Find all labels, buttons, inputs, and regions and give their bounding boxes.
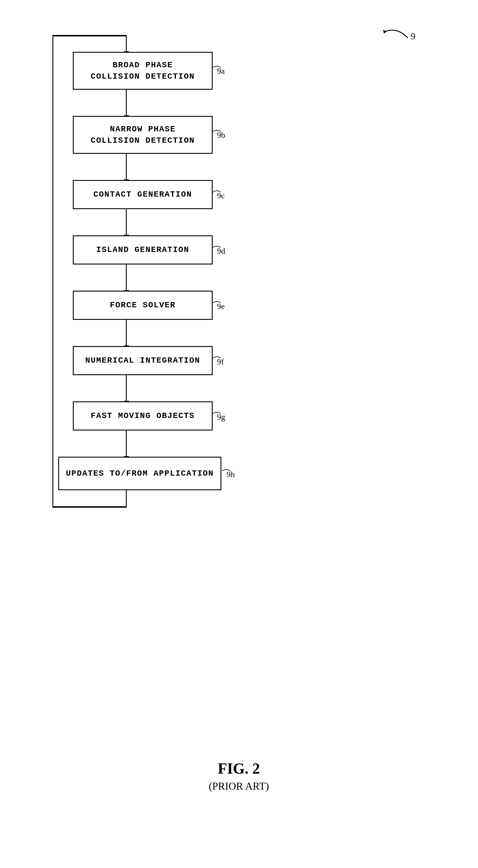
arrow-2 xyxy=(126,154,127,180)
figure-caption: FIG. 2 (PRIOR ART) xyxy=(35,760,443,804)
arrow-3 xyxy=(126,209,127,235)
loop-down-line xyxy=(126,490,127,507)
box-numerical-int: NUMERICAL INTEGRATION xyxy=(73,346,213,375)
loop-left-vert xyxy=(53,35,53,507)
diagram-container: 9 BROAD PHASE COLLISION DETECTION 9a NAR… xyxy=(35,18,443,804)
ref-9b-tick xyxy=(213,129,221,134)
svg-text:9: 9 xyxy=(411,31,415,41)
arrow-7 xyxy=(126,431,127,457)
arrow-4 xyxy=(126,265,127,291)
box-force-solver: FORCE SOLVER xyxy=(73,291,213,320)
ref-9h-tick xyxy=(222,468,231,474)
ref-9c-tick xyxy=(213,189,221,195)
fig-title: FIG. 2 xyxy=(35,760,443,777)
ref-9g-tick xyxy=(213,411,221,416)
ref-9f-tick xyxy=(213,355,221,361)
box-updates-label: UPDATES TO/FROM APPLICATION xyxy=(66,468,214,479)
loop-top-horiz xyxy=(53,35,127,36)
box-contact-gen: CONTACT GENERATION xyxy=(73,180,213,209)
svg-marker-0 xyxy=(383,30,387,33)
ref-9-arrow: 9 xyxy=(361,21,419,44)
box-numerical-int-label: NUMERICAL INTEGRATION xyxy=(85,355,200,366)
box-narrow-phase: NARROW PHASE COLLISION DETECTION xyxy=(73,116,213,154)
loop-bottom-horiz xyxy=(53,506,127,507)
arrow-6 xyxy=(126,375,127,401)
box-narrow-phase-label: NARROW PHASE COLLISION DETECTION xyxy=(91,124,195,146)
arrow-5 xyxy=(126,320,127,346)
box-broad-phase-label: BROAD PHASE COLLISION DETECTION xyxy=(91,59,195,82)
box-fast-moving-label: FAST MOVING OBJECTS xyxy=(91,410,195,422)
ref-9a-tick xyxy=(213,65,221,70)
box-force-solver-label: FORCE SOLVER xyxy=(110,300,176,311)
box-contact-gen-label: CONTACT GENERATION xyxy=(94,189,192,200)
box-fast-moving: FAST MOVING OBJECTS xyxy=(73,401,213,431)
box-island-gen: ISLAND GENERATION xyxy=(73,235,213,265)
arrow-1 xyxy=(126,90,127,116)
fig-subtitle: (PRIOR ART) xyxy=(35,780,443,792)
box-updates: UPDATES TO/FROM APPLICATION xyxy=(58,457,221,490)
ref-9d-tick xyxy=(213,245,221,250)
box-island-gen-label: ISLAND GENERATION xyxy=(96,244,189,255)
ref-9e-tick xyxy=(213,300,221,306)
top-entry-arrow xyxy=(126,36,127,52)
box-broad-phase: BROAD PHASE COLLISION DETECTION xyxy=(73,52,213,90)
